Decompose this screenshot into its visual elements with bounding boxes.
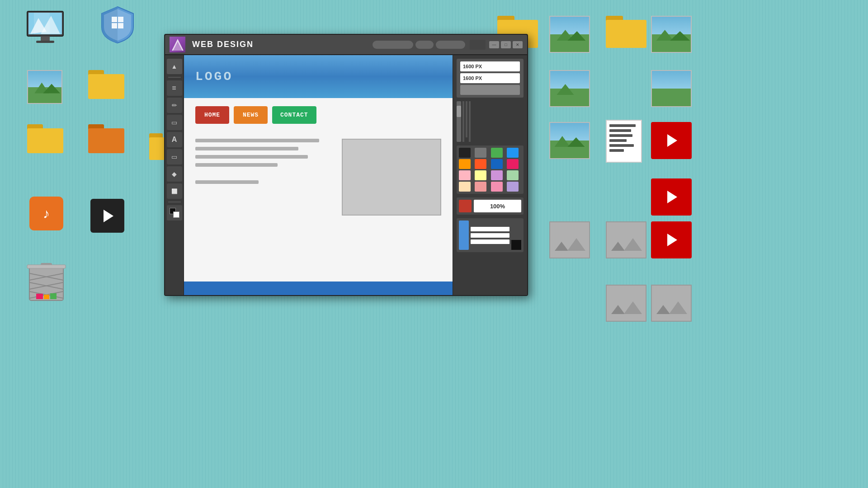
diamond-tool[interactable]: ◆ bbox=[167, 166, 182, 182]
image-thumb-r4[interactable] bbox=[651, 70, 692, 107]
swatch-pink[interactable] bbox=[507, 159, 519, 169]
fg-bg-tool[interactable] bbox=[167, 205, 182, 221]
close-button[interactable]: ✕ bbox=[513, 41, 523, 48]
site-footer bbox=[184, 282, 453, 295]
swatch-black[interactable] bbox=[459, 148, 471, 158]
trash-icon[interactable] bbox=[25, 258, 68, 307]
layout-blue bbox=[459, 221, 469, 250]
nav-home-btn[interactable]: HOME bbox=[195, 106, 229, 124]
gray-thumb-r2[interactable] bbox=[606, 221, 646, 258]
cursor-tool[interactable]: ▲ bbox=[167, 59, 182, 74]
width-row: 1600 PX bbox=[460, 61, 520, 71]
folder-yellow-2[interactable] bbox=[27, 124, 63, 154]
nav-news-btn[interactable]: NEWS bbox=[234, 106, 268, 124]
text-tool[interactable]: A bbox=[167, 132, 182, 147]
swatch-blue[interactable] bbox=[507, 148, 519, 158]
app-body: ▲ ≡ ✏ ▭ A ▭ ◆ ⬜ LOGO bbox=[165, 55, 527, 295]
swatch-light-purple[interactable] bbox=[491, 170, 503, 180]
layout-line-3 bbox=[471, 239, 509, 244]
svg-marker-27 bbox=[656, 30, 674, 41]
image-thumb-r1[interactable] bbox=[549, 16, 590, 53]
svg-marker-26 bbox=[567, 31, 585, 41]
swatch-rose[interactable] bbox=[491, 182, 503, 192]
video-icon-1[interactable] bbox=[90, 199, 124, 233]
image-thumb-r5[interactable] bbox=[549, 122, 590, 159]
gray-thumb-r3[interactable] bbox=[606, 285, 646, 322]
monitor-icon bbox=[25, 7, 66, 47]
video-icon-r1[interactable] bbox=[651, 122, 692, 159]
swatch-light-pink[interactable] bbox=[459, 170, 471, 180]
folder-yellow-1[interactable] bbox=[88, 70, 124, 99]
right-panel: 1600 PX 1600 PX bbox=[453, 55, 527, 295]
app-logo bbox=[170, 37, 185, 52]
swatch-light-green[interactable] bbox=[507, 170, 519, 180]
folder-yellow-r2[interactable] bbox=[606, 16, 646, 45]
tool-separator-2 bbox=[168, 202, 181, 202]
rectangle-tool[interactable]: ▭ bbox=[167, 115, 182, 130]
scrollbar[interactable] bbox=[457, 101, 461, 142]
eraser-tool[interactable]: ⬜ bbox=[167, 183, 182, 199]
swatch-lavender[interactable] bbox=[507, 182, 519, 192]
swatch-peach[interactable] bbox=[459, 182, 471, 192]
hamburger-tool[interactable]: ≡ bbox=[167, 80, 182, 96]
layout-lines bbox=[471, 221, 509, 250]
zoom-value[interactable]: 100% bbox=[474, 200, 521, 212]
document-icon[interactable] bbox=[606, 120, 642, 163]
gray-thumb-r4[interactable] bbox=[651, 285, 692, 322]
site-nav: HOME NEWS CONTACT bbox=[184, 98, 453, 132]
text-line-1 bbox=[195, 139, 319, 142]
layout-preview bbox=[457, 218, 524, 252]
pen-tool[interactable]: ✏ bbox=[167, 98, 182, 113]
video-icon-r3[interactable] bbox=[651, 221, 692, 258]
svg-marker-31 bbox=[567, 137, 585, 147]
svg-marker-30 bbox=[555, 136, 570, 147]
toolbar-pill-1[interactable] bbox=[373, 41, 413, 49]
toolbar-pill-3[interactable] bbox=[436, 41, 465, 49]
svg-rect-3 bbox=[36, 41, 54, 43]
width-input[interactable]: 1600 PX bbox=[460, 61, 520, 71]
video-icon-r2[interactable] bbox=[651, 178, 692, 216]
scrollbar-area bbox=[457, 101, 524, 142]
layout-line-2 bbox=[471, 233, 509, 238]
svg-rect-10 bbox=[118, 23, 123, 28]
site-header: LOGO bbox=[184, 55, 453, 98]
text-line-4 bbox=[195, 163, 278, 167]
zoom-area: 100% bbox=[457, 197, 524, 215]
title-bar: WEB DESIGN — □ ✕ bbox=[165, 35, 527, 55]
image-thumbnail-1[interactable] bbox=[27, 70, 62, 104]
scrollbar-thumb[interactable] bbox=[457, 106, 461, 117]
image-thumb-r3[interactable] bbox=[549, 70, 590, 107]
swatch-light-red[interactable] bbox=[475, 182, 486, 192]
gray-thumb-r1[interactable] bbox=[549, 221, 590, 258]
swatch-green[interactable] bbox=[491, 148, 503, 158]
minimize-button[interactable]: — bbox=[489, 41, 499, 48]
svg-rect-20 bbox=[36, 294, 43, 299]
website-mockup: LOGO HOME NEWS CONTACT bbox=[184, 55, 453, 295]
nav-contact-btn[interactable]: CONTACT bbox=[272, 106, 316, 124]
swatch-light-yellow[interactable] bbox=[475, 170, 486, 180]
height-input[interactable]: 1600 PX bbox=[460, 73, 520, 83]
shield-icon bbox=[99, 5, 136, 45]
app-title: WEB DESIGN bbox=[192, 40, 373, 49]
swatch-deep-orange[interactable] bbox=[475, 159, 486, 169]
window-controls: — □ ✕ bbox=[489, 41, 523, 48]
music-app-icon[interactable]: ♪ bbox=[29, 197, 63, 230]
svg-marker-28 bbox=[670, 31, 690, 41]
dim-slider[interactable] bbox=[460, 85, 520, 95]
zoom-red-indicator bbox=[459, 200, 472, 212]
maximize-button[interactable]: □ bbox=[501, 41, 511, 48]
layout-line-1 bbox=[471, 227, 509, 231]
swatch-orange[interactable] bbox=[459, 159, 471, 169]
app-window: WEB DESIGN — □ ✕ ▲ ≡ ✏ ▭ A ▭ ◆ ⬜ bbox=[164, 34, 528, 296]
swatch-dark-blue[interactable] bbox=[491, 159, 503, 169]
toolbar-pill-2[interactable] bbox=[415, 41, 434, 49]
shape-tool[interactable]: ▭ bbox=[167, 149, 182, 164]
toolbar-square[interactable] bbox=[470, 40, 486, 50]
folder-orange-1[interactable] bbox=[88, 124, 124, 154]
image-thumb-r2[interactable] bbox=[651, 16, 692, 53]
color-palette bbox=[457, 145, 524, 194]
canvas-area: LOGO HOME NEWS CONTACT bbox=[184, 55, 453, 295]
swatch-gray[interactable] bbox=[475, 148, 486, 158]
toolbar bbox=[373, 40, 486, 50]
svg-rect-21 bbox=[44, 295, 49, 299]
